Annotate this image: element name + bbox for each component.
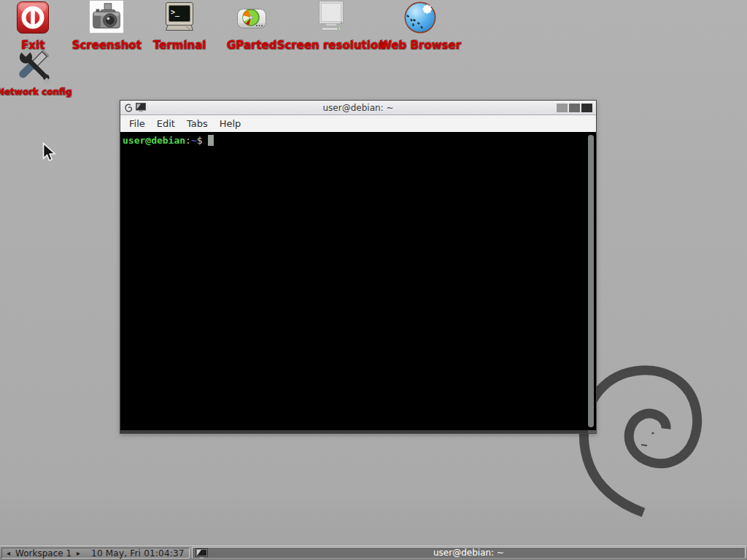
resize-grip[interactable] bbox=[588, 430, 596, 433]
close-button[interactable] bbox=[581, 104, 592, 112]
prompt-line: user@debian:~$ bbox=[123, 135, 594, 146]
taskbar: ◂ Workspace 1 ▸ 10 May, Fri 01:04:37 ◂ ▸… bbox=[0, 545, 747, 560]
menu-file[interactable]: File bbox=[123, 117, 151, 131]
maximize-button[interactable] bbox=[569, 104, 580, 112]
desktop-icon-label: Screenshot bbox=[71, 39, 141, 52]
task-button[interactable]: user@debian: ~ bbox=[192, 547, 746, 559]
monitor-icon bbox=[314, 0, 349, 35]
menu-help[interactable]: Help bbox=[214, 117, 247, 131]
terminal-task-icon bbox=[196, 548, 208, 559]
window-title: user@debian: ~ bbox=[120, 103, 596, 113]
svg-text:>_: >_ bbox=[171, 8, 180, 17]
camera-icon bbox=[89, 0, 124, 35]
desktop-icon-label: Network config bbox=[0, 87, 71, 97]
terminal-mini-icon bbox=[136, 103, 146, 112]
scrollbar-thumb[interactable] bbox=[588, 135, 594, 427]
menubar: File Edit Tabs Help bbox=[120, 115, 596, 132]
prompt-dollar: $ bbox=[197, 135, 203, 146]
terminal-window: user@debian: ~ File Edit Tabs Help user@… bbox=[120, 100, 597, 434]
clock: 10 May, Fri 01:04:37 bbox=[91, 548, 185, 559]
tools-icon bbox=[17, 48, 52, 83]
minimize-button[interactable] bbox=[557, 104, 568, 112]
disk-partition-icon bbox=[234, 0, 269, 35]
menu-tabs[interactable]: Tabs bbox=[181, 117, 214, 131]
desktop-icon-label: Screen resolution bbox=[276, 39, 385, 52]
pager-prev-icon[interactable]: ◂ bbox=[7, 550, 10, 557]
globe-icon bbox=[403, 0, 438, 35]
workspace-label[interactable]: Workspace 1 bbox=[15, 548, 71, 559]
pager-clock-panel: ◂ Workspace 1 ▸ 10 May, Fri 01:04:37 ◂ ▸ bbox=[1, 548, 190, 559]
window-bottom-edge[interactable] bbox=[120, 430, 596, 433]
desktop-icon-label: Web Browser bbox=[379, 39, 461, 52]
menu-edit[interactable]: Edit bbox=[151, 117, 181, 131]
prompt-colon: : bbox=[185, 135, 191, 146]
prompt-path: ~ bbox=[191, 135, 197, 146]
crt-terminal-icon: >_ bbox=[162, 0, 197, 35]
desktop-icon-network-config[interactable]: Network config bbox=[0, 48, 82, 97]
desktop-icon-screen-resolution[interactable]: Screen resolution bbox=[284, 0, 379, 52]
pager-next-icon[interactable]: ▸ bbox=[77, 550, 80, 557]
debian-swirl-icon bbox=[124, 103, 133, 113]
desktop-icon-label: Terminal bbox=[153, 39, 206, 52]
desktop: Exit Screenshot >_ bbox=[0, 0, 747, 560]
terminal-cursor bbox=[208, 135, 214, 146]
terminal-screen[interactable]: user@debian:~$ bbox=[120, 132, 596, 430]
power-icon bbox=[15, 0, 50, 35]
titlebar[interactable]: user@debian: ~ bbox=[120, 101, 596, 115]
prompt-user-host: user@debian bbox=[123, 135, 185, 146]
task-title: user@debian: ~ bbox=[433, 548, 504, 558]
mouse-cursor bbox=[42, 142, 56, 163]
scrollbar[interactable] bbox=[588, 135, 595, 427]
desktop-icon-web-browser[interactable]: Web Browser bbox=[373, 0, 468, 52]
desktop-icon-label: GParted bbox=[227, 39, 277, 52]
